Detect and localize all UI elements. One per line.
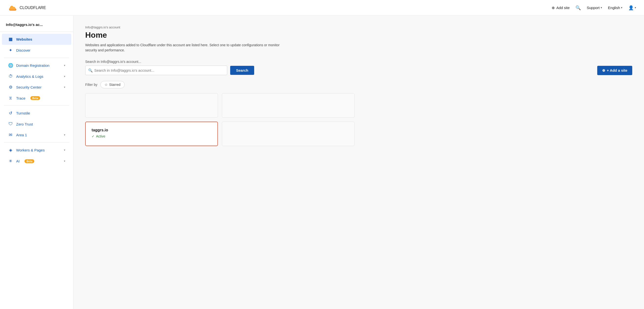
sidebar-item-discover[interactable]: ✦ Discover [2,45,71,56]
sidebar-item-analytics-logs[interactable]: ⏱ Analytics & Logs ▾ [2,71,71,82]
analytics-icon: ⏱ [8,74,13,79]
sidebar: Info@taggrs.io's ac... ▦ Websites ✦ Disc… [0,16,74,309]
navbar: CLOUDFLARE ⊕ Add site 🔍 Support ▾ Englis… [0,0,644,16]
trace-icon: ⧖ [8,96,13,101]
support-button[interactable]: Support ▾ [587,6,602,10]
search-icon: 🔍 [88,68,93,73]
navbar-right: ⊕ Add site 🔍 Support ▾ English ▾ 👤 ▾ [552,5,636,10]
search-icon-button[interactable]: 🔍 [576,5,581,10]
websites-icon: ▦ [8,37,13,42]
sidebar-item-workers-pages[interactable]: ◈ Workers & Pages ▾ [2,145,71,156]
main-content: Info@taggrs.io's account Home Websites a… [74,16,644,309]
add-site-plus-icon: ⊕ [602,68,605,73]
sidebar-label-websites: Websites [16,37,32,41]
user-avatar-icon: 👤 [628,5,634,10]
sidebar-item-turnstile[interactable]: ↺ Turnstile [2,108,71,119]
user-dropdown-arrow: ▾ [635,6,636,9]
sidebar-item-websites[interactable]: ▦ Websites [2,34,71,45]
search-row: 🔍 Search ⊕ + Add a site [85,65,632,75]
sidebar-item-domain-registration[interactable]: 🌐 Domain Registration ▾ [2,60,71,71]
language-button[interactable]: English ▾ [608,6,622,10]
sidebar-label-domain: Domain Registration [16,63,50,67]
sidebar-label-area1: Area 1 [16,133,27,137]
starred-filter-button[interactable]: ☆ Starred [100,81,125,88]
sidebar-item-zero-trust[interactable]: 🛡 Zero Trust [2,119,71,129]
search-input-wrap: 🔍 [85,65,227,75]
security-icon: ⚙ [8,85,13,90]
search-input[interactable] [85,65,227,75]
security-chevron-icon: ▾ [64,86,66,89]
search-label: Search in Info@taggrs.io's account... [85,60,632,64]
sidebar-label-turnstile: Turnstile [16,111,30,115]
status-check-icon: ✓ [92,134,94,138]
area1-icon: ✉ [8,132,13,137]
cloudflare-logo-text: CLOUDFLARE [20,6,46,10]
ai-chevron-icon: ▾ [64,160,66,163]
site-status-taggrs: ✓ Active [92,134,212,138]
trace-beta-badge: Beta [30,96,40,100]
site-card-empty-1[interactable] [85,93,218,118]
user-menu-button[interactable]: 👤 ▾ [628,5,636,10]
workers-chevron-icon: ▾ [64,149,66,152]
navbar-add-site-button[interactable]: ⊕ Add site [552,6,570,10]
ai-icon: ✳ [8,159,13,164]
sidebar-label-ai: AI [16,159,20,163]
sidebar-item-ai[interactable]: ✳ AI Beta ▾ [2,156,71,167]
site-name-taggrs: taggrs.io [92,128,212,132]
analytics-chevron-icon: ▾ [64,75,66,78]
sidebar-item-trace[interactable]: ⧖ Trace Beta [2,93,71,103]
sidebar-label-workers: Workers & Pages [16,148,44,152]
site-card-taggrs[interactable]: taggrs.io ✓ Active [85,122,218,146]
area1-chevron-icon: ▾ [64,133,66,137]
sidebar-label-analytics: Analytics & Logs [16,74,43,78]
filter-by-label: Filter by [85,83,98,87]
filter-row: Filter by ☆ Starred [85,81,632,88]
ai-beta-badge: Beta [24,159,34,163]
sidebar-label-zero-trust: Zero Trust [16,122,33,126]
star-icon: ☆ [104,83,108,87]
discover-icon: ✦ [8,48,13,53]
sidebar-label-trace: Trace [16,96,26,100]
language-dropdown-arrow: ▾ [621,6,622,9]
sidebar-label-discover: Discover [16,48,30,52]
search-button[interactable]: Search [230,66,254,75]
sidebar-label-security: Security Center [16,85,42,89]
sidebar-item-security-center[interactable]: ⚙ Security Center ▾ [2,82,71,93]
page-description: Websites and applications added to Cloud… [85,42,281,53]
sites-grid: taggrs.io ✓ Active [85,93,354,146]
zero-trust-icon: 🛡 [8,122,13,126]
site-card-empty-3[interactable] [222,122,354,146]
sidebar-divider-1 [4,58,69,58]
page-title: Home [85,30,632,40]
breadcrumb: Info@taggrs.io's account [85,25,632,29]
sidebar-divider-2 [4,105,69,106]
turnstile-icon: ↺ [8,111,13,116]
domain-icon: 🌐 [8,63,13,68]
sidebar-item-area1[interactable]: ✉ Area 1 ▾ [2,129,71,140]
add-site-button[interactable]: ⊕ + Add a site [597,66,632,75]
site-card-empty-2[interactable] [222,93,354,118]
main-layout: Info@taggrs.io's ac... ▦ Websites ✦ Disc… [0,16,644,309]
domain-chevron-icon: ▾ [64,64,66,67]
workers-icon: ◈ [8,148,13,153]
sidebar-divider-3 [4,142,69,143]
support-dropdown-arrow: ▾ [601,6,602,9]
plus-icon: ⊕ [552,6,555,10]
sidebar-account-name: Info@taggrs.io's ac... [0,19,73,32]
cloudflare-logo[interactable]: CLOUDFLARE [8,5,46,11]
cloudflare-cloud-icon [8,5,18,11]
